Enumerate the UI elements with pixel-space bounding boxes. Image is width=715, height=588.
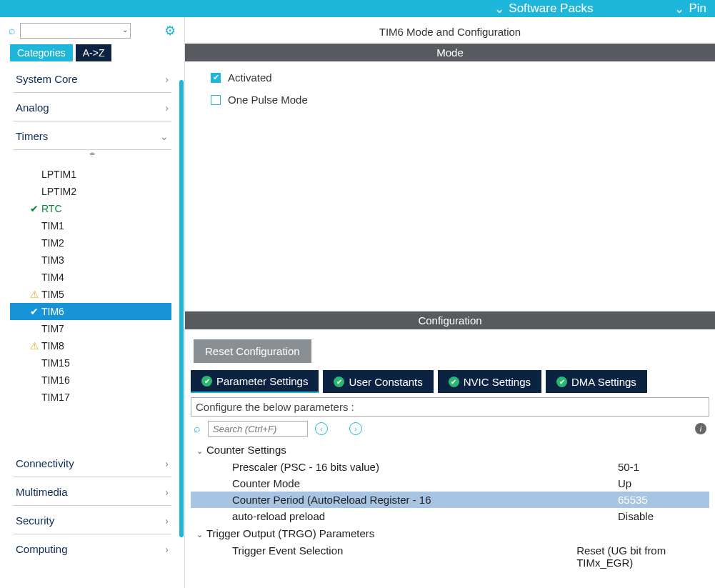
tab-categories[interactable]: Categories (10, 44, 73, 61)
reset-configuration-button[interactable]: Reset Configuration (194, 339, 311, 363)
tree-item-tim4[interactable]: TIM4 (13, 269, 171, 286)
tree-item-label: TIM17 (41, 392, 70, 403)
category-timers[interactable]: Timers ⌄ (13, 121, 171, 150)
tab-label: User Constants (349, 376, 422, 388)
tree-item-label: TIM15 (41, 357, 70, 369)
param-trigger-event[interactable]: Trigger Event Selection Reset (UG bit fr… (191, 542, 709, 571)
software-packs-label: Software Packs (509, 1, 593, 16)
category-system-core[interactable]: System Core › (13, 64, 171, 93)
category-label: System Core (16, 73, 78, 85)
main-panel: TIM6 Mode and Configuration Mode ✔ Activ… (185, 17, 715, 588)
divider-icon: ≑ (13, 150, 171, 160)
tab-label: NVIC Settings (464, 376, 531, 388)
group-label: Counter Settings (206, 444, 286, 456)
search-icon: ⌕ (194, 422, 201, 435)
tree-item-lptim1[interactable]: LPTIM1 (13, 166, 171, 183)
check-circle-icon: ✔ (29, 306, 40, 317)
param-auto-reload[interactable]: auto-reload preload Disable (191, 508, 709, 524)
top-toolbar: ⌄ Software Packs ⌄ Pin (0, 0, 715, 17)
chevron-right-icon: › (165, 102, 169, 114)
pinout-tab[interactable]: ⌄ Pin (666, 1, 715, 16)
tree-item-label: TIM16 (41, 374, 70, 386)
tree-item-label: LPTIM1 (41, 169, 76, 180)
tree-item-tim16[interactable]: TIM16 (13, 372, 171, 389)
param-counter-mode[interactable]: Counter Mode Up (191, 475, 709, 492)
one-pulse-checkbox[interactable] (211, 95, 221, 105)
chevron-right-icon: › (165, 74, 169, 85)
param-value: Disable (618, 510, 654, 522)
tree-item-label: TIM3 (41, 254, 64, 266)
group-label: Trigger Output (TRGO) Parameters (206, 527, 374, 539)
gear-icon[interactable]: ⚙ (164, 23, 176, 39)
activated-checkbox[interactable]: ✔ (211, 73, 221, 83)
one-pulse-label: One Pulse Mode (228, 94, 308, 106)
configuration-header: Configuration (185, 312, 715, 329)
tree-item-lptim2[interactable]: LPTIM2 (13, 183, 171, 200)
sidebar-search-input[interactable] (20, 23, 131, 39)
chevron-right-icon: › (165, 515, 169, 527)
tree-item-label: TIM5 (41, 289, 64, 300)
chevron-right-icon: › (165, 544, 169, 555)
chevron-down-icon: ⌄ (674, 1, 684, 16)
category-multimedia[interactable]: Multimedia › (13, 477, 171, 506)
tree-item-tim7[interactable]: TIM7 (13, 320, 171, 337)
tree-item-label: TIM6 (41, 306, 64, 317)
param-value: 65535 (618, 494, 648, 506)
param-label: Prescaler (PSC - 16 bits value) (232, 461, 618, 473)
warning-icon: ⚠ (29, 340, 40, 352)
category-label: Connectivity (16, 457, 74, 469)
tree-item-rtc[interactable]: ✔RTC (13, 200, 171, 217)
param-value: 50-1 (618, 461, 639, 473)
tab-user-constants[interactable]: ✔User Constants (323, 370, 433, 393)
tree-item-tim8[interactable]: ⚠TIM8 (13, 337, 171, 354)
tree-item-tim6[interactable]: ✔TIM6 (10, 303, 171, 320)
category-computing[interactable]: Computing › (13, 534, 171, 562)
category-label: Multimedia (16, 486, 68, 498)
tree-item-tim17[interactable]: TIM17 (13, 389, 171, 406)
chevron-down-icon: ⌄ (196, 530, 206, 539)
tab-nvic-settings[interactable]: ✔NVIC Settings (438, 370, 541, 393)
tree-item-label: TIM4 (41, 271, 64, 283)
tab-label: DMA Settings (571, 376, 636, 388)
tab-az[interactable]: A->Z (76, 44, 112, 61)
tree-item-tim3[interactable]: TIM3 (13, 251, 171, 269)
timers-tree: LPTIM1 LPTIM2 ✔RTC TIM1 TIM2 TIM3 TIM4 ⚠… (13, 160, 171, 406)
info-icon[interactable]: i (695, 423, 706, 434)
category-label: Security (16, 514, 54, 527)
group-trgo[interactable]: ⌄Trigger Output (TRGO) Parameters (191, 524, 709, 542)
tab-dma-settings[interactable]: ✔DMA Settings (546, 370, 647, 393)
warning-icon: ⚠ (29, 289, 40, 300)
config-search-input[interactable] (208, 421, 308, 437)
mode-header: Mode (185, 44, 715, 61)
tree-item-label: RTC (41, 203, 62, 214)
chevron-down-icon: ⌄ (160, 131, 169, 142)
sidebar-scrollbar[interactable] (179, 80, 184, 588)
tree-item-label: LPTIM2 (41, 186, 76, 197)
param-counter-period[interactable]: Counter Period (AutoReload Register - 16… (191, 492, 709, 508)
activated-label: Activated (228, 71, 272, 84)
check-circle-icon: ✔ (334, 377, 344, 387)
tree-item-tim2[interactable]: TIM2 (13, 234, 171, 251)
software-packs-tab[interactable]: ⌄ Software Packs (486, 1, 601, 16)
param-prescaler[interactable]: Prescaler (PSC - 16 bits value) 50-1 (191, 459, 709, 475)
group-counter-settings[interactable]: ⌄Counter Settings (191, 441, 709, 459)
category-connectivity[interactable]: Connectivity › (13, 449, 171, 477)
tree-item-tim1[interactable]: TIM1 (13, 217, 171, 234)
category-label: Analog (16, 101, 49, 114)
param-label: Counter Mode (232, 477, 618, 489)
one-pulse-row[interactable]: One Pulse Mode (211, 94, 715, 106)
tree-item-tim15[interactable]: TIM15 (13, 354, 171, 372)
panel-title: TIM6 Mode and Configuration (185, 17, 715, 44)
tab-parameter-settings[interactable]: ✔Parameter Settings (191, 370, 319, 393)
check-circle-icon: ✔ (556, 377, 567, 387)
expand-all-button[interactable]: › (349, 422, 362, 435)
tab-label: Parameter Settings (216, 375, 308, 387)
activated-row[interactable]: ✔ Activated (211, 71, 715, 84)
category-analog[interactable]: Analog › (13, 93, 171, 121)
chevron-down-icon[interactable]: ⌄ (122, 26, 128, 34)
check-circle-icon: ✔ (201, 376, 212, 387)
tree-item-tim5[interactable]: ⚠TIM5 (13, 286, 171, 303)
collapse-all-button[interactable]: ‹ (315, 422, 328, 435)
category-security[interactable]: Security › (13, 506, 171, 534)
search-icon: ⌕ (9, 24, 16, 37)
